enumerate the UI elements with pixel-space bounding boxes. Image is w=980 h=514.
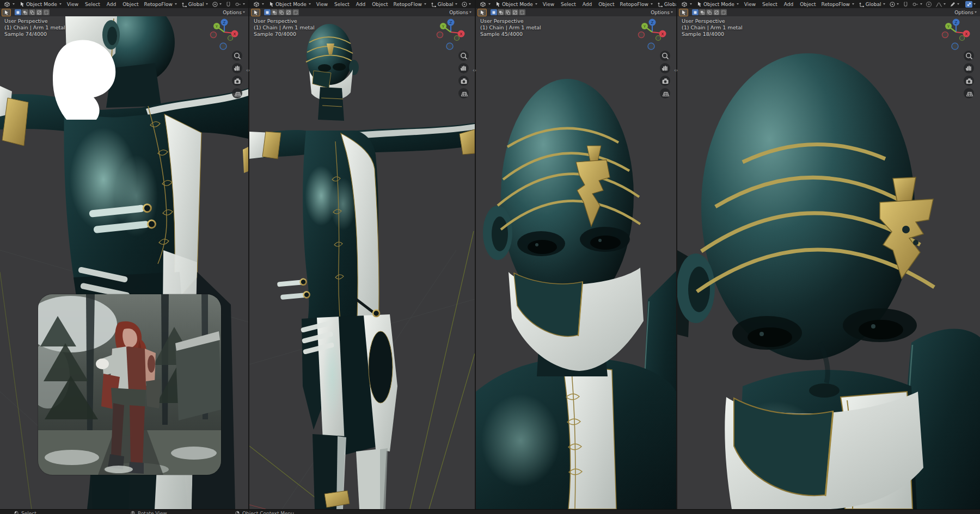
select-mode-intersect-button[interactable] <box>519 9 525 15</box>
navigation-gizmo[interactable]: Z X Y <box>210 18 240 51</box>
proportional-editing-toggle[interactable] <box>924 1 934 8</box>
editor-type-dropdown[interactable] <box>477 1 493 8</box>
proportional-editing-toggle[interactable] <box>247 1 248 8</box>
navigation-gizmo[interactable]: Z X Y <box>941 18 972 51</box>
mode-dropdown[interactable]: Object Mode <box>694 1 741 7</box>
menu-object[interactable]: Object <box>797 2 819 7</box>
menu-select[interactable]: Select <box>82 2 103 7</box>
perspective-toggle-button[interactable] <box>458 88 469 98</box>
select-mode-intersect-button[interactable] <box>43 9 50 15</box>
select-mode-extend-button[interactable] <box>22 9 28 15</box>
zoom-button[interactable] <box>660 51 670 61</box>
menu-view[interactable]: View <box>540 2 558 7</box>
active-tool-button[interactable] <box>2 9 11 16</box>
select-mode-extend-button[interactable] <box>699 9 706 15</box>
gizmos-toggle[interactable] <box>964 1 977 8</box>
viewport-3[interactable]: User Perspective (1) Chain | Arm 1 metal… <box>476 16 676 509</box>
select-mode-extend-button[interactable] <box>498 9 504 15</box>
select-mode-set-button[interactable] <box>692 9 699 15</box>
transform-orientation-dropdown[interactable]: Global <box>655 1 676 7</box>
select-mode-subtract-button[interactable] <box>706 9 713 15</box>
navigation-gizmo[interactable]: Z X Y <box>436 18 467 51</box>
select-mode-extend-button[interactable] <box>271 9 278 15</box>
snap-toggle[interactable] <box>473 1 475 8</box>
proportional-falloff-dropdown[interactable] <box>934 1 947 8</box>
menu-object[interactable]: Object <box>119 2 142 7</box>
menu-view[interactable]: View <box>64 2 82 7</box>
annotate-tool-dropdown[interactable] <box>948 1 961 8</box>
pivot-point-dropdown[interactable] <box>887 1 901 8</box>
menu-add[interactable]: Add <box>353 2 369 7</box>
panel-divider-handle[interactable]: ‹› <box>246 67 250 73</box>
snap-settings-dropdown[interactable] <box>910 1 924 8</box>
camera-view-button[interactable] <box>232 76 242 86</box>
menu-retopoflow[interactable]: RetopoFlow <box>391 2 428 7</box>
menu-view[interactable]: View <box>741 2 759 7</box>
select-mode-invert-button[interactable] <box>512 9 518 15</box>
editor-type-dropdown[interactable] <box>2 1 17 8</box>
zoom-button[interactable] <box>964 51 974 61</box>
panel-divider-handle[interactable]: ‹› <box>674 67 678 73</box>
menu-retopoflow[interactable]: RetopoFlow <box>142 2 179 7</box>
active-tool-button[interactable] <box>477 9 487 16</box>
select-mode-subtract-button[interactable] <box>278 9 285 15</box>
navigation-gizmo[interactable]: Z X Y <box>638 18 668 51</box>
select-mode-invert-button[interactable] <box>36 9 42 15</box>
perspective-toggle-button[interactable] <box>232 88 242 98</box>
snap-toggle[interactable] <box>901 1 910 8</box>
viewport-4[interactable]: User Perspective (1) Chain | Arm 1 metal… <box>677 16 980 509</box>
select-mode-set-button[interactable] <box>491 9 497 15</box>
mode-dropdown[interactable]: Object Mode <box>493 1 540 7</box>
camera-view-button[interactable] <box>458 76 469 86</box>
tool-options-dropdown[interactable]: Options <box>954 10 978 15</box>
perspective-toggle-button[interactable] <box>660 88 670 98</box>
transform-orientation-dropdown[interactable]: Global <box>428 1 460 7</box>
viewport-2[interactable]: User Perspective (1) Chain | Arm 1 metal… <box>249 16 475 509</box>
menu-object[interactable]: Object <box>595 2 617 7</box>
viewport-1[interactable]: User Perspective (1) Chain | Arm 1 metal… <box>0 16 248 509</box>
editor-type-dropdown[interactable] <box>679 1 694 8</box>
select-mode-intersect-button[interactable] <box>720 9 727 15</box>
menu-retopoflow[interactable]: RetopoFlow <box>819 2 856 7</box>
zoom-button[interactable] <box>232 51 242 61</box>
snap-toggle[interactable] <box>223 1 233 8</box>
pan-button[interactable] <box>458 63 469 73</box>
menu-add[interactable]: Add <box>781 2 797 7</box>
menu-select[interactable]: Select <box>558 2 579 7</box>
pan-button[interactable] <box>660 63 670 73</box>
pan-button[interactable] <box>232 63 242 73</box>
editor-type-dropdown[interactable] <box>251 1 266 8</box>
panel-divider-handle[interactable]: ‹› <box>473 67 476 73</box>
pan-button[interactable] <box>964 63 974 73</box>
active-tool-button[interactable] <box>251 9 260 16</box>
menu-object[interactable]: Object <box>369 2 391 7</box>
menu-select[interactable]: Select <box>759 2 781 7</box>
mode-dropdown[interactable]: Object Mode <box>17 1 64 7</box>
active-tool-button[interactable] <box>679 9 688 16</box>
pivot-point-dropdown[interactable] <box>210 1 223 8</box>
menu-select[interactable]: Select <box>331 2 353 7</box>
menu-retopoflow[interactable]: RetopoFlow <box>618 2 655 7</box>
menu-add[interactable]: Add <box>103 2 119 7</box>
select-mode-subtract-button[interactable] <box>29 9 35 15</box>
tool-options-dropdown[interactable]: Options <box>449 10 473 15</box>
camera-view-button[interactable] <box>660 76 670 86</box>
transform-orientation-dropdown[interactable]: Global <box>856 1 888 7</box>
snap-settings-dropdown[interactable] <box>233 1 247 8</box>
select-mode-set-button[interactable] <box>264 9 271 15</box>
tool-options-dropdown[interactable]: Options <box>223 10 247 15</box>
select-mode-set-button[interactable] <box>15 9 21 15</box>
camera-view-button[interactable] <box>964 76 974 86</box>
select-mode-invert-button[interactable] <box>285 9 292 15</box>
mode-dropdown[interactable]: Object Mode <box>266 1 313 7</box>
menu-add[interactable]: Add <box>579 2 595 7</box>
menu-view[interactable]: View <box>313 2 331 7</box>
tool-options-dropdown[interactable]: Options <box>651 10 675 15</box>
select-mode-invert-button[interactable] <box>713 9 720 15</box>
select-mode-intersect-button[interactable] <box>292 9 299 15</box>
select-mode-subtract-button[interactable] <box>505 9 511 15</box>
perspective-toggle-button[interactable] <box>964 88 974 98</box>
pivot-point-dropdown[interactable] <box>460 1 473 8</box>
transform-orientation-dropdown[interactable]: Global <box>179 1 211 7</box>
zoom-button[interactable] <box>458 51 469 61</box>
